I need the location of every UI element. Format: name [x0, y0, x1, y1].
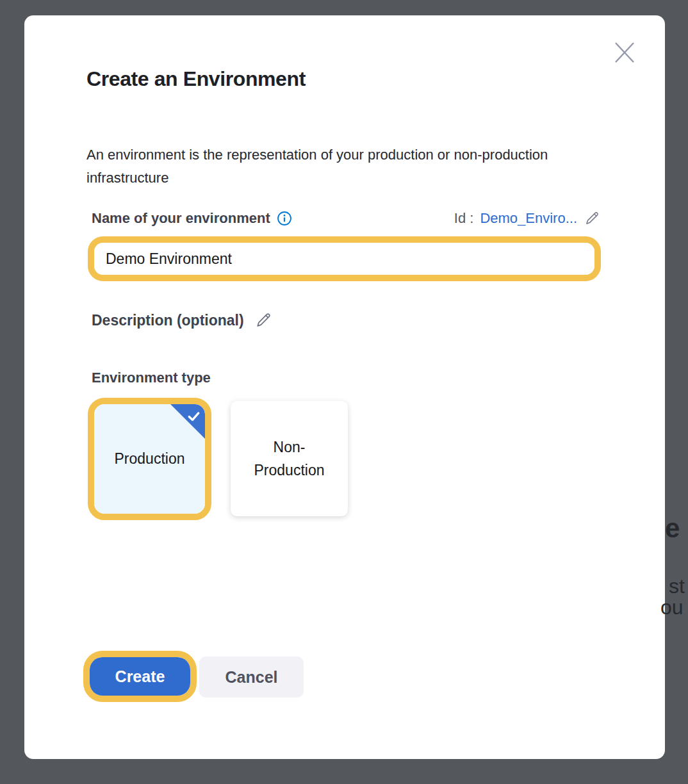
clipped-tooltip-text-fragment: e [665, 513, 680, 544]
environment-name-input[interactable] [94, 243, 594, 275]
non-production-card-label: Non-Production [246, 436, 332, 482]
dialog-description: An environment is the representation of … [86, 143, 567, 190]
close-icon [614, 41, 635, 64]
name-field-header: Name of your environment Id : Demo_Envir… [92, 210, 600, 227]
description-field-header: Description (optional) [92, 311, 272, 329]
close-button[interactable] [605, 33, 644, 72]
screen-overlay: { "modal": { "title": "Create an Environ… [0, 0, 688, 784]
check-icon [186, 408, 202, 424]
environment-type-label: Environment type [92, 370, 211, 386]
create-button[interactable]: Create [90, 657, 190, 696]
environment-type-card-production[interactable]: Production [94, 404, 205, 514]
create-button-highlight-ring: Create [83, 651, 197, 702]
clipped-tooltip-text-fragment: ou [660, 596, 684, 619]
edit-id-icon[interactable] [584, 210, 600, 227]
edit-description-icon[interactable] [254, 311, 272, 329]
name-field-label: Name of your environment [92, 210, 270, 227]
description-field-label: Description (optional) [92, 312, 244, 329]
environment-id-group: Id : Demo_Enviro... [454, 210, 600, 227]
cancel-button[interactable]: Cancel [199, 657, 304, 698]
production-card-highlight-ring: Production [88, 398, 211, 520]
environment-id-link[interactable]: Demo_Enviro... [480, 210, 577, 227]
environment-type-card-non-production[interactable]: Non-Production [231, 401, 348, 516]
name-field-label-group: Name of your environment [92, 210, 292, 227]
clipped-tooltip-text-fragment: st [669, 575, 685, 598]
dialog-title: Create an Environment [86, 67, 306, 91]
production-card-label: Production [115, 450, 185, 468]
info-icon[interactable] [277, 211, 292, 226]
name-input-highlight-ring [88, 236, 601, 281]
create-environment-dialog: Create an Environment An environment is … [24, 15, 665, 759]
id-prefix-label: Id : [454, 210, 474, 227]
